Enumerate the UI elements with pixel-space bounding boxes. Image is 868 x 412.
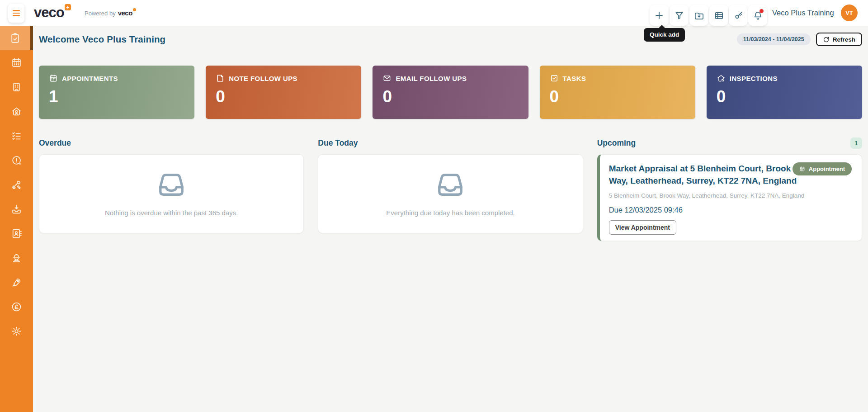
permissions-button[interactable] — [729, 5, 748, 26]
stat-label: EMAIL FOLLOW UPS — [396, 75, 467, 82]
checklist-icon — [11, 130, 22, 142]
sidebar-item-diary[interactable] — [0, 50, 33, 75]
stat-card-note-follow-ups[interactable]: NOTE FOLLOW UPS 0 — [206, 66, 361, 119]
note-icon — [216, 74, 225, 83]
due-today-empty-card: Everything due today has been completed. — [318, 154, 583, 233]
top-header: veco+ Powered byveco Veco Plus Training … — [0, 0, 868, 26]
calendar-icon — [49, 74, 58, 83]
due-today-empty-message: Everything due today has been completed. — [386, 209, 514, 217]
rocket-icon — [11, 277, 22, 288]
sidebar-item-landlords[interactable] — [0, 99, 33, 123]
stat-card-email-follow-ups[interactable]: EMAIL FOLLOW UPS 0 — [373, 66, 528, 119]
sidebar-item-dashboard[interactable] — [0, 26, 33, 50]
notifications-button[interactable] — [748, 5, 767, 26]
quick-add-button[interactable] — [650, 5, 669, 26]
folder-download-icon — [694, 10, 704, 21]
lists-button[interactable] — [709, 5, 728, 26]
overdue-empty-message: Nothing is overdue within the past 365 d… — [105, 209, 238, 217]
appointment-type-badge: Appointment — [793, 162, 852, 175]
pound-circle-icon — [11, 301, 22, 313]
appointment-address: 5 Blenheim Court, Brook Way, Leatherhead… — [609, 192, 852, 199]
sidebar-item-properties[interactable] — [0, 75, 33, 99]
appointment-due-date: Due 12/03/2025 09:46 — [609, 206, 852, 214]
quick-add-tooltip: Quick add — [644, 28, 685, 42]
main-content: Welcome Veco Plus Training 11/03/2024 - … — [33, 26, 868, 412]
key-icon — [733, 10, 744, 21]
page-title: Welcome Veco Plus Training — [39, 34, 165, 45]
stat-label: INSPECTIONS — [730, 75, 778, 82]
stat-label: NOTE FOLLOW UPS — [229, 75, 297, 82]
powered-by: Powered byveco — [85, 9, 136, 17]
sidebar-item-accounts[interactable] — [0, 294, 33, 319]
stat-card-appointments[interactable]: APPOINTMENTS 1 — [39, 66, 194, 119]
refresh-icon — [823, 36, 830, 43]
overdue-title: Overdue — [39, 138, 71, 148]
plus-icon — [654, 10, 665, 21]
house-check-icon — [717, 74, 726, 83]
stat-value: 0 — [550, 88, 685, 105]
stat-label: APPOINTMENTS — [62, 75, 118, 82]
sidebar-item-settings[interactable] — [0, 319, 33, 343]
hamburger-icon — [13, 10, 20, 11]
gear-icon — [11, 326, 22, 337]
date-range-filter[interactable]: 11/03/2024 - 11/04/2025 — [737, 33, 811, 45]
address-book-icon — [11, 228, 22, 239]
tools-icon — [11, 179, 22, 190]
veco-logo: veco+ — [34, 5, 71, 20]
sidebar-item-lettings[interactable] — [0, 197, 33, 221]
overdue-empty-card: Nothing is overdue within the past 365 d… — [39, 154, 304, 233]
sidebar-item-maintenance[interactable] — [0, 172, 33, 197]
worker-icon — [11, 252, 22, 264]
import-button[interactable] — [689, 5, 708, 26]
sidebar-item-tasks[interactable] — [0, 123, 33, 148]
stat-card-tasks[interactable]: TASKS 0 — [540, 66, 695, 119]
sidebar-nav — [0, 26, 33, 412]
due-today-title: Due Today — [318, 138, 358, 148]
hamburger-menu-button[interactable] — [8, 4, 24, 23]
upcoming-count-badge: 1 — [850, 137, 862, 149]
stat-card-inspections[interactable]: INSPECTIONS 0 — [707, 66, 862, 119]
appointment-title-link[interactable]: Market Appraisal at 5 Blenheim Court, Br… — [609, 163, 808, 187]
upcoming-title: Upcoming — [597, 138, 636, 148]
due-today-section: Due Today Everything due today has been … — [318, 137, 583, 241]
stat-value: 0 — [216, 88, 351, 105]
stat-value: 0 — [717, 88, 852, 105]
empty-inbox-icon — [154, 171, 189, 198]
check-square-icon — [550, 74, 559, 83]
logo-plus-icon: + — [65, 4, 71, 10]
empty-inbox-icon — [433, 171, 467, 198]
filter-icon — [674, 10, 684, 21]
calendar-icon — [799, 166, 805, 172]
table-icon — [714, 10, 724, 21]
house-person-icon — [11, 106, 22, 117]
upcoming-section: Upcoming 1 Market Appraisal at 5 Blenhei… — [597, 137, 862, 241]
clipboard-check-icon — [9, 33, 21, 44]
stat-value: 1 — [49, 88, 184, 105]
sidebar-item-marketing[interactable] — [0, 270, 33, 294]
building-icon — [11, 81, 22, 93]
comment-alert-icon — [11, 155, 22, 166]
refresh-button[interactable]: Refresh — [816, 33, 862, 46]
notification-dot — [760, 9, 764, 13]
inbox-download-icon — [11, 204, 22, 215]
envelope-icon — [382, 74, 392, 83]
account-menu[interactable]: Veco Plus Training — [772, 0, 834, 26]
stat-value: 0 — [382, 88, 518, 105]
view-appointment-button[interactable]: View Appointment — [609, 220, 676, 235]
stat-label: TASKS — [563, 75, 586, 82]
overdue-section: Overdue Nothing is overdue within the pa… — [39, 137, 304, 241]
powered-dot-icon — [133, 8, 136, 11]
upcoming-appointment-card: Market Appraisal at 5 Blenheim Court, Br… — [597, 154, 862, 241]
stats-row: APPOINTMENTS 1 NOTE FOLLOW UPS 0 EMAIL F… — [39, 66, 862, 119]
sidebar-item-contractors[interactable] — [0, 246, 33, 270]
filter-button[interactable] — [670, 5, 689, 26]
sidebar-item-issues[interactable] — [0, 148, 33, 172]
calendar-icon — [11, 57, 22, 68]
avatar[interactable]: VT — [841, 5, 858, 21]
sidebar-item-contacts[interactable] — [0, 221, 33, 246]
